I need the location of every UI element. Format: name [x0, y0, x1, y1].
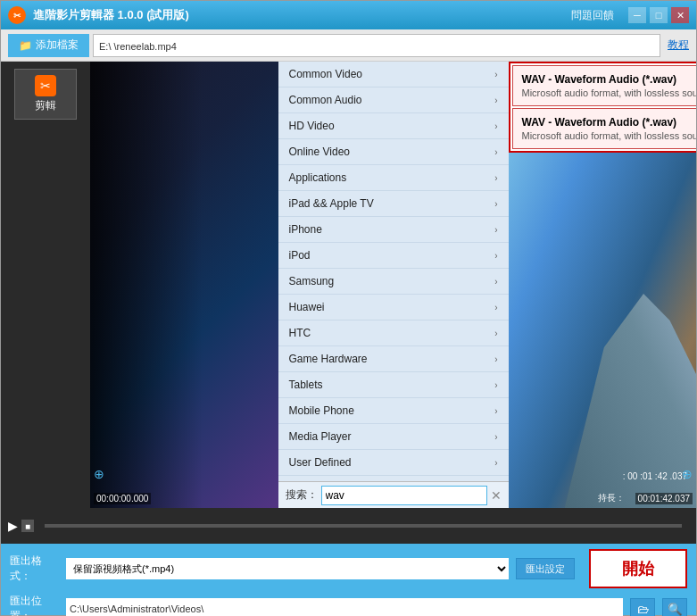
- add-file-label: 添加檔案: [36, 37, 79, 53]
- menu-item-tablets[interactable]: Tablets›: [278, 372, 509, 398]
- menu-item-applications[interactable]: Applications›: [278, 165, 509, 191]
- menu-item-samsung[interactable]: Samsung›: [278, 269, 509, 295]
- menu-item-label: Mobile Phone: [289, 404, 354, 417]
- menu-arrow-icon: ›: [494, 354, 497, 364]
- menu-item-label: HD Video: [289, 120, 335, 132]
- menu-item-huawei[interactable]: Huawei›: [278, 295, 509, 320]
- menu-item-common-audio[interactable]: Common Audio›: [278, 87, 509, 113]
- submenu-item-2-desc: Microsoft audio format, with lossless so…: [522, 130, 697, 141]
- minimize-button[interactable]: ─: [628, 7, 646, 23]
- play-button[interactable]: ▶: [8, 519, 18, 533]
- title-bar: ✂ 進階影片剪輯器 1.0.0 (試用版) 問題回饋 ─ □ ✕: [1, 1, 696, 29]
- menu-arrow-icon: ›: [494, 199, 497, 209]
- submenu-item-2[interactable]: WAV - Waveform Audio (*.wav) Microsoft a…: [512, 108, 697, 149]
- format-row: 匯出格式： 保留源視頻格式(*.mp4) 匯出設定 開始: [10, 549, 687, 588]
- menu-arrow-icon: ›: [494, 277, 497, 287]
- progress-bar[interactable]: [45, 524, 682, 528]
- edit-icon: ✂: [35, 75, 56, 96]
- menu-arrow-icon: ›: [494, 458, 497, 468]
- main-area: ✂ 剪輯 00:00:00.000 ⊕ Common Video›Common …: [1, 62, 696, 508]
- submenu-item-1[interactable]: WAV - Waveform Audio (*.wav) Microsoft a…: [512, 65, 697, 106]
- menu-item-label: HTC: [289, 327, 311, 339]
- file-path-display: E:\ \reneelab.mp4: [93, 34, 660, 57]
- menu-item-label: iPhone: [289, 223, 322, 236]
- main-window: ✂ 進階影片剪輯器 1.0.0 (試用版) 問題回饋 ─ □ ✕ 📁 添加檔案 …: [0, 0, 697, 616]
- edit-button[interactable]: ✂ 剪輯: [14, 69, 77, 120]
- menu-arrow-icon: ›: [494, 70, 497, 79]
- format-select[interactable]: 保留源視頻格式(*.mp4): [66, 558, 509, 579]
- menu-item-game-hardware[interactable]: Game Hardware›: [278, 346, 509, 372]
- window-controls: ─ □ ✕: [628, 7, 689, 23]
- preview-overlay: [90, 62, 203, 508]
- search-label: 搜索：: [286, 487, 318, 503]
- menu-item-label: Samsung: [289, 275, 335, 287]
- menu-item-hd-video[interactable]: HD Video›: [278, 113, 509, 139]
- scroll-right-button[interactable]: ⊕: [682, 467, 693, 481]
- start-button[interactable]: 開始: [589, 549, 687, 588]
- feedback-link[interactable]: 問題回饋: [571, 8, 614, 23]
- submenu-item-1-title: WAV - Waveform Audio (*.wav): [522, 73, 697, 86]
- add-file-button[interactable]: 📁 添加檔案: [8, 34, 89, 57]
- output-path-input[interactable]: [66, 598, 623, 616]
- duration-value: 00:01:42.037: [635, 493, 693, 504]
- video-preview-left: 00:00:00.000 ⊕: [90, 62, 278, 508]
- stop-button[interactable]: ■: [21, 520, 34, 532]
- menu-arrow-icon: ›: [494, 380, 497, 390]
- menu-item-label: iPad && Apple TV: [289, 197, 374, 210]
- preview-image-left: [90, 62, 278, 508]
- menu-item-common-video[interactable]: Common Video›: [278, 62, 509, 87]
- menu-item-label: Game Hardware: [289, 353, 368, 365]
- menu-arrow-icon: ›: [494, 121, 497, 131]
- duration-label: 持長：: [598, 492, 625, 504]
- scroll-left-button[interactable]: ⊕: [94, 467, 104, 481]
- toolbar: 📁 添加檔案 E:\ \reneelab.mp4 教程: [1, 29, 696, 62]
- search-bar: 搜索： ✕: [278, 481, 509, 508]
- menu-arrow-icon: ›: [494, 173, 497, 183]
- search-path-button[interactable]: 🔍: [662, 598, 687, 616]
- menu-item-label: Common Video: [289, 68, 363, 80]
- app-icon: ✂: [8, 6, 26, 24]
- submenu-item-1-desc: Microsoft audio format, with lossless so…: [522, 87, 697, 98]
- left-panel: ✂ 剪輯: [1, 62, 90, 508]
- menu-item-iphone[interactable]: iPhone›: [278, 217, 509, 243]
- menu-item-label: Huawei: [289, 301, 325, 313]
- menu-arrow-icon: ›: [494, 147, 497, 157]
- menu-item-label: iPod: [289, 249, 311, 262]
- bottom-controls: ▶ ■: [1, 508, 696, 544]
- export-settings-button[interactable]: 匯出設定: [516, 558, 575, 579]
- menu-arrow-icon: ›: [494, 225, 497, 235]
- menu-item-ipad-appletv[interactable]: iPad && Apple TV›: [278, 191, 509, 217]
- add-file-icon: 📁: [19, 39, 32, 52]
- menu-item-label: Tablets: [289, 379, 323, 391]
- format-menu: Common Video›Common Audio›HD Video›Onlin…: [278, 62, 509, 481]
- timecode-right: : 00 :01 :42 .037: [623, 471, 687, 481]
- submenu-item-2-title: WAV - Waveform Audio (*.wav): [522, 116, 697, 129]
- submenu-popup: WAV - Waveform Audio (*.wav) Microsoft a…: [509, 62, 697, 153]
- menu-item-htc[interactable]: HTC›: [278, 320, 509, 346]
- menu-item-user-defined[interactable]: User Defined›: [278, 450, 509, 476]
- edit-label: 剪輯: [35, 98, 56, 113]
- center-panel: Common Video›Common Audio›HD Video›Onlin…: [278, 62, 509, 508]
- menu-item-mobile-phone[interactable]: Mobile Phone›: [278, 398, 509, 424]
- search-clear-button[interactable]: ✕: [491, 488, 502, 503]
- menu-arrow-icon: ›: [494, 406, 497, 416]
- menu-item-media-player[interactable]: Media Player›: [278, 424, 509, 450]
- window-title: 進階影片剪輯器 1.0.0 (試用版): [33, 7, 571, 23]
- format-label: 匯出格式：: [10, 554, 59, 584]
- tutorial-link[interactable]: 教程: [668, 37, 689, 53]
- menu-arrow-icon: ›: [494, 303, 497, 312]
- menu-arrow-icon: ›: [494, 251, 497, 261]
- menu-item-online-video[interactable]: Online Video›: [278, 139, 509, 165]
- search-input[interactable]: [321, 486, 487, 505]
- menu-item-label: Media Player: [289, 430, 352, 443]
- menu-arrow-icon: ›: [494, 432, 497, 442]
- menu-arrow-icon: ›: [494, 329, 497, 338]
- close-button[interactable]: ✕: [671, 7, 689, 23]
- mountain-shape: [565, 240, 696, 508]
- menu-item-label: Online Video: [289, 146, 351, 158]
- maximize-button[interactable]: □: [650, 7, 668, 23]
- menu-item-label: Common Audio: [289, 94, 362, 106]
- menu-item-ipod[interactable]: iPod›: [278, 243, 509, 269]
- browse-folder-button[interactable]: 🗁: [630, 598, 655, 616]
- menu-arrow-icon: ›: [494, 96, 497, 105]
